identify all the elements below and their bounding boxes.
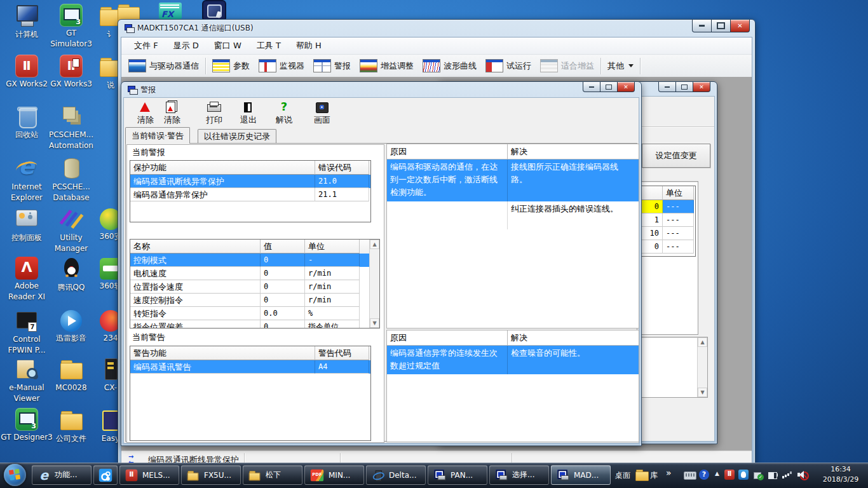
maximize-button[interactable]	[600, 82, 618, 92]
remedy-row[interactable]: 纠正连接器插头的错误连线。	[387, 201, 639, 229]
tab-error-history[interactable]: 以往错误历史记录	[198, 129, 276, 144]
close-button[interactable]: ✕	[617, 82, 635, 92]
taskbar-item-delta[interactable]: Delta...	[366, 465, 426, 485]
taskbar-item-pan[interactable]: PAN...	[428, 465, 487, 485]
warning-function-cell[interactable]: 编码器通讯警告	[130, 360, 315, 374]
taskbar-item-select[interactable]: 选择...	[489, 465, 549, 485]
set-value-change-button[interactable]: 设定值变更	[642, 144, 710, 168]
explain-button[interactable]: ? 解说	[269, 100, 299, 126]
clear-alarm-button[interactable]: 清除	[130, 100, 161, 126]
minimize-button[interactable]	[692, 20, 712, 32]
messenger-tray-icon[interactable]	[738, 470, 749, 480]
show-hidden-icons[interactable]	[713, 470, 724, 480]
unit-cell[interactable]: 指令单位	[305, 320, 360, 329]
toolbar-waveform-button[interactable]: 波形曲线	[418, 57, 481, 74]
main-window-titlebar[interactable]: MADKT1507CA1 通信端口(USB)	[125, 23, 254, 34]
unit-cell[interactable]: ---	[663, 240, 694, 254]
print-button[interactable]: 打印	[199, 100, 229, 126]
unit-header-cell[interactable]: 单位	[305, 240, 360, 254]
toolbar-trial-run-button[interactable]: 试运行	[481, 57, 536, 74]
library-folder-icon[interactable]	[635, 468, 647, 479]
monitor-row[interactable]: 位置指令速度 0 r/min	[130, 280, 379, 294]
value-cell[interactable]: 0	[261, 320, 305, 329]
taskbar-item-melsoft[interactable]: MELS...	[119, 465, 179, 485]
melsoft-tray-icon[interactable]	[724, 470, 735, 480]
unit-cell[interactable]: r/min	[305, 280, 360, 294]
unit-cell[interactable]: ---	[663, 227, 694, 240]
maximize-button[interactable]	[711, 20, 731, 32]
toolbar-alarm-button[interactable]: 警报	[309, 57, 355, 74]
toolbar-other-button[interactable]: 其他	[603, 58, 638, 74]
menu-help[interactable]: 帮助 H	[288, 38, 329, 53]
battery-icon[interactable]	[768, 470, 779, 480]
value-cell[interactable]: 0	[261, 280, 305, 294]
protection-cell[interactable]: 编码器通信异常保护	[130, 188, 315, 201]
warning-function-header-cell[interactable]: 警告功能	[130, 346, 315, 360]
taskbar-item-fx5u-folder[interactable]: FX5U...	[181, 465, 241, 485]
clear-history-button[interactable]: 清除	[157, 100, 187, 126]
toolbar-overflow-chevron[interactable]: »	[666, 468, 672, 478]
scroll-up-icon[interactable]: ▲	[370, 240, 379, 249]
alarm-window-titlebar[interactable]: 警报	[128, 85, 156, 95]
toolbar-monitor-button[interactable]: 监视器	[254, 57, 309, 74]
scroll-up-icon[interactable]: ▲	[698, 337, 707, 347]
taskbar-item-madkt-active[interactable]: MAD...	[551, 465, 611, 485]
value-header-cell[interactable]: 值	[261, 240, 305, 254]
volume-muted-icon[interactable]	[797, 470, 808, 480]
toolbar-gain-tuning-button[interactable]: 增益调整	[355, 57, 418, 74]
taskbar-item-ie[interactable]: 功能...	[32, 465, 92, 485]
error-code-header-cell[interactable]: 错误代码	[315, 161, 369, 175]
screen-button[interactable]: 画面	[307, 100, 337, 126]
unit-cell[interactable]: ---	[663, 200, 694, 214]
unit-cell[interactable]: %	[305, 307, 360, 320]
exit-button[interactable]: 退出	[233, 100, 264, 126]
toolbar-communicate-button[interactable]: 与驱动器通信	[124, 57, 203, 74]
remedy-row[interactable]: 编码器通信异常的连续发生次数超过规定值 检查噪音的可能性。	[387, 346, 639, 374]
value-cell[interactable]: 0.0	[261, 307, 305, 320]
value-cell[interactable]: 0	[261, 254, 305, 267]
tab-current-errors[interactable]: 当前错误·警告	[125, 127, 190, 144]
value-cell[interactable]: 0	[261, 294, 305, 307]
touch-panel-icon[interactable]	[202, 0, 226, 22]
protection-header-cell[interactable]: 保护功能	[130, 161, 315, 175]
maximize-button[interactable]	[675, 82, 693, 92]
alarm-row[interactable]: 编码器通信异常保护 21.1	[130, 188, 370, 201]
unit-cell[interactable]: r/min	[305, 294, 360, 307]
desktop-icon-pcschematic-automation[interactable]: PCSCHEM... Automation	[44, 104, 98, 152]
toolbar-fit-gain-button[interactable]: 适合增益	[536, 57, 599, 74]
minimize-button[interactable]	[658, 82, 676, 92]
name-cell[interactable]: 指令位置偏差	[130, 320, 261, 329]
toolbar-parameter-button[interactable]: 参数	[208, 57, 254, 74]
error-code-cell[interactable]: 21.1	[315, 188, 369, 201]
remedy-row[interactable]: 编码器和驱动器的通信，在达到一定次数后中断，激活断线检测功能。 接线图所示正确连…	[387, 159, 639, 201]
desktop-toolbar-label[interactable]: 桌面	[615, 470, 630, 481]
vertical-scrollbar[interactable]: ▲ ▼	[697, 337, 707, 397]
desktop-icon-pcschematic-database[interactable]: PCSCHE... Database	[44, 156, 98, 204]
start-button[interactable]	[4, 464, 26, 486]
usb-device-icon[interactable]	[752, 470, 764, 480]
partial-folder-icon[interactable]	[116, 1, 132, 19]
scroll-down-icon[interactable]: ▼	[698, 388, 707, 397]
close-button[interactable]: ✕	[693, 82, 710, 92]
warning-row[interactable]: 编码器通讯警告 A4	[130, 360, 370, 374]
unit-cell[interactable]: ---	[663, 214, 694, 227]
fx-tool-icon[interactable]	[159, 3, 182, 19]
taskbar-item-panasonic-folder[interactable]: 松下	[243, 465, 302, 485]
scroll-down-icon[interactable]: ▼	[370, 318, 379, 328]
monitor-row[interactable]: 电机速度 0 r/min	[130, 267, 379, 280]
monitor-row[interactable]: 速度控制指令 0 r/min	[130, 294, 379, 307]
monitor-row[interactable]: 指令位置偏差 0 指令单位	[130, 320, 379, 329]
name-cell[interactable]: 速度控制指令	[130, 294, 261, 307]
taskbar-item-baidu-cloud[interactable]	[93, 465, 118, 485]
menu-tools[interactable]: 工具 T	[249, 38, 288, 53]
taskbar-item-pdf[interactable]: MIN...	[304, 465, 364, 485]
value-cell[interactable]: 0	[261, 267, 305, 280]
taskbar-clock[interactable]: 16:34 2018/3/29	[817, 464, 864, 485]
name-header-cell[interactable]: 名称	[130, 240, 261, 254]
menu-file[interactable]: 文件 F	[126, 38, 166, 53]
monitor-row[interactable]: 控制模式 0 -	[130, 254, 379, 267]
keyboard-icon[interactable]	[684, 471, 696, 480]
protection-cell[interactable]: 编码器通讯断线异常保护	[130, 175, 315, 188]
error-code-cell[interactable]: 21.0	[315, 175, 369, 188]
network-signal-icon[interactable]	[782, 470, 793, 480]
